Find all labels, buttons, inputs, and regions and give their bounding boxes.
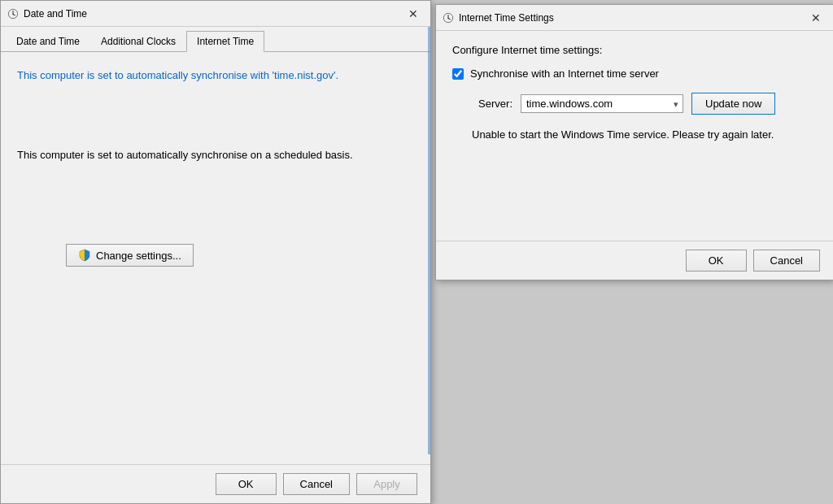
tab-additional-clocks[interactable]: Additional Clocks (90, 31, 186, 52)
svg-line-2 (13, 14, 15, 15)
sync-checkbox-row: Synchronise with an Internet time server (452, 67, 817, 80)
datetime-titlebar: Date and Time ✕ (1, 1, 430, 27)
datetime-ok-button[interactable]: OK (216, 473, 277, 495)
datetime-close-button[interactable]: ✕ (403, 3, 424, 24)
internet-time-dialog-title: Internet Time Settings (459, 12, 554, 24)
sync-checkbox[interactable] (452, 68, 464, 80)
internet-time-close-button[interactable]: ✕ (805, 7, 826, 28)
internet-time-clock-icon (443, 12, 454, 24)
datetime-window-title: Date and Time (24, 8, 87, 20)
internet-time-ok-button[interactable]: OK (686, 250, 747, 272)
sync-server-text: 'time.nist.gov' (273, 69, 336, 81)
svg-line-5 (448, 18, 450, 19)
internet-time-content: Configure Internet time settings: Synchr… (436, 31, 833, 172)
clock-icon (7, 8, 19, 20)
datetime-footer: OK Cancel Apply (1, 464, 430, 503)
datetime-window: Date and Time ✕ Date and Time Additional… (0, 0, 431, 504)
sync-text-1: This computer is set to automatically sy… (17, 69, 273, 81)
dialog-header: Configure Internet time settings: (452, 44, 817, 56)
auto-sync-text: This computer is set to automatically sy… (17, 148, 414, 163)
server-select-wrapper: time.windows.com time.nist.gov pool.ntp.… (521, 94, 683, 113)
internet-time-titlebar-left: Internet Time Settings (443, 12, 554, 24)
change-settings-button[interactable]: Change settings... (66, 244, 194, 267)
error-message: Unable to start the Windows Time service… (472, 128, 817, 142)
internet-time-footer: OK Cancel (436, 241, 833, 280)
titlebar-left: Date and Time (7, 8, 87, 20)
shield-icon (78, 249, 91, 262)
sync-text-2: . (336, 69, 339, 81)
tab-date-and-time[interactable]: Date and Time (6, 31, 90, 52)
internet-time-dialog: Internet Time Settings ✕ Configure Inter… (435, 4, 833, 280)
server-label: Server: (472, 98, 512, 110)
update-now-button[interactable]: Update now (691, 93, 775, 115)
change-settings-label: Change settings... (96, 250, 181, 262)
sync-info-text: This computer is set to automatically sy… (17, 68, 414, 83)
datetime-cancel-button[interactable]: Cancel (283, 473, 350, 495)
tab-internet-time[interactable]: Internet Time (186, 31, 264, 52)
right-accent (428, 27, 430, 454)
datetime-apply-button[interactable]: Apply (356, 473, 417, 495)
internet-time-cancel-button[interactable]: Cancel (753, 250, 820, 272)
sync-checkbox-label: Synchronise with an Internet time server (470, 67, 659, 80)
internet-time-titlebar: Internet Time Settings ✕ (436, 5, 833, 31)
tab-bar: Date and Time Additional Clocks Internet… (1, 27, 430, 52)
server-dropdown[interactable]: time.windows.com time.nist.gov pool.ntp.… (521, 94, 683, 113)
datetime-content: This computer is set to automatically sy… (1, 52, 430, 410)
server-row: Server: time.windows.com time.nist.gov p… (472, 93, 817, 115)
